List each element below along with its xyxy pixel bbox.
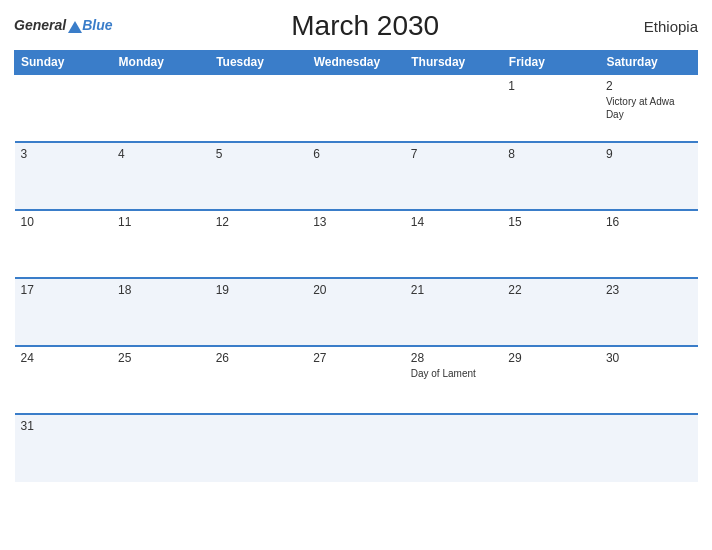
calendar-cell: 15: [502, 210, 600, 278]
day-number: 9: [606, 147, 692, 161]
calendar-cell: 10: [15, 210, 113, 278]
day-number: 11: [118, 215, 204, 229]
calendar-title: March 2030: [112, 10, 618, 42]
day-number: 2: [606, 79, 692, 93]
day-number: 10: [21, 215, 107, 229]
day-number: 27: [313, 351, 399, 365]
day-number: 21: [411, 283, 497, 297]
col-friday: Friday: [502, 51, 600, 75]
day-number: 31: [21, 419, 107, 433]
day-number: 6: [313, 147, 399, 161]
calendar-cell: 20: [307, 278, 405, 346]
calendar-cell: 28Day of Lament: [405, 346, 503, 414]
day-number: 3: [21, 147, 107, 161]
calendar-cell: [112, 414, 210, 482]
calendar-cell: 25: [112, 346, 210, 414]
calendar-cell: 27: [307, 346, 405, 414]
calendar-cell: 22: [502, 278, 600, 346]
day-number: 16: [606, 215, 692, 229]
col-monday: Monday: [112, 51, 210, 75]
day-number: 12: [216, 215, 302, 229]
day-number: 15: [508, 215, 594, 229]
calendar-cell: 9: [600, 142, 698, 210]
calendar-cell: 12: [210, 210, 308, 278]
calendar-cell: 2Victory at Adwa Day: [600, 74, 698, 142]
day-number: 28: [411, 351, 497, 365]
day-number: 24: [21, 351, 107, 365]
day-number: 22: [508, 283, 594, 297]
calendar-week-row: 17181920212223: [15, 278, 698, 346]
day-number: 25: [118, 351, 204, 365]
calendar-cell: 17: [15, 278, 113, 346]
day-number: 7: [411, 147, 497, 161]
calendar-cell: 31: [15, 414, 113, 482]
calendar-cell: 13: [307, 210, 405, 278]
day-number: 1: [508, 79, 594, 93]
calendar-cell: 4: [112, 142, 210, 210]
calendar-cell: [307, 414, 405, 482]
calendar-cell: 23: [600, 278, 698, 346]
calendar-cell: 3: [15, 142, 113, 210]
calendar-cell: 30: [600, 346, 698, 414]
calendar-cell: 11: [112, 210, 210, 278]
col-saturday: Saturday: [600, 51, 698, 75]
day-number: 8: [508, 147, 594, 161]
calendar-week-row: 3456789: [15, 142, 698, 210]
calendar-cell: [307, 74, 405, 142]
calendar-week-row: 10111213141516: [15, 210, 698, 278]
day-number: 20: [313, 283, 399, 297]
logo: General Blue: [14, 18, 112, 33]
col-tuesday: Tuesday: [210, 51, 308, 75]
calendar-cell: 14: [405, 210, 503, 278]
calendar-cell: [502, 414, 600, 482]
calendar-cell: [112, 74, 210, 142]
day-number: 30: [606, 351, 692, 365]
header: General Blue March 2030 Ethiopia: [14, 10, 698, 42]
day-number: 19: [216, 283, 302, 297]
logo-blue-text: Blue: [82, 18, 112, 33]
calendar-cell: 16: [600, 210, 698, 278]
day-number: 29: [508, 351, 594, 365]
col-wednesday: Wednesday: [307, 51, 405, 75]
day-number: 18: [118, 283, 204, 297]
calendar-page: General Blue March 2030 Ethiopia Sunday …: [0, 0, 712, 550]
calendar-cell: 6: [307, 142, 405, 210]
day-event: Day of Lament: [411, 367, 497, 380]
calendar-cell: [405, 74, 503, 142]
calendar-week-row: 31: [15, 414, 698, 482]
col-thursday: Thursday: [405, 51, 503, 75]
day-number: 5: [216, 147, 302, 161]
country-label: Ethiopia: [618, 18, 698, 35]
calendar-cell: [600, 414, 698, 482]
calendar-cell: [15, 74, 113, 142]
day-number: 14: [411, 215, 497, 229]
calendar-cell: 5: [210, 142, 308, 210]
calendar-week-row: 2425262728Day of Lament2930: [15, 346, 698, 414]
logo-general-text: General: [14, 18, 66, 33]
calendar-cell: 19: [210, 278, 308, 346]
calendar-cell: 8: [502, 142, 600, 210]
logo-triangle-icon: [68, 21, 82, 33]
calendar-table: Sunday Monday Tuesday Wednesday Thursday…: [14, 50, 698, 482]
calendar-cell: 29: [502, 346, 600, 414]
calendar-cell: 1: [502, 74, 600, 142]
day-number: 13: [313, 215, 399, 229]
calendar-cell: [405, 414, 503, 482]
day-number: 17: [21, 283, 107, 297]
calendar-cell: [210, 74, 308, 142]
weekday-header-row: Sunday Monday Tuesday Wednesday Thursday…: [15, 51, 698, 75]
day-number: 26: [216, 351, 302, 365]
calendar-cell: 21: [405, 278, 503, 346]
day-number: 4: [118, 147, 204, 161]
calendar-cell: 26: [210, 346, 308, 414]
day-event: Victory at Adwa Day: [606, 95, 692, 121]
calendar-week-row: 12Victory at Adwa Day: [15, 74, 698, 142]
calendar-cell: 7: [405, 142, 503, 210]
col-sunday: Sunday: [15, 51, 113, 75]
day-number: 23: [606, 283, 692, 297]
calendar-cell: 18: [112, 278, 210, 346]
calendar-cell: 24: [15, 346, 113, 414]
calendar-cell: [210, 414, 308, 482]
